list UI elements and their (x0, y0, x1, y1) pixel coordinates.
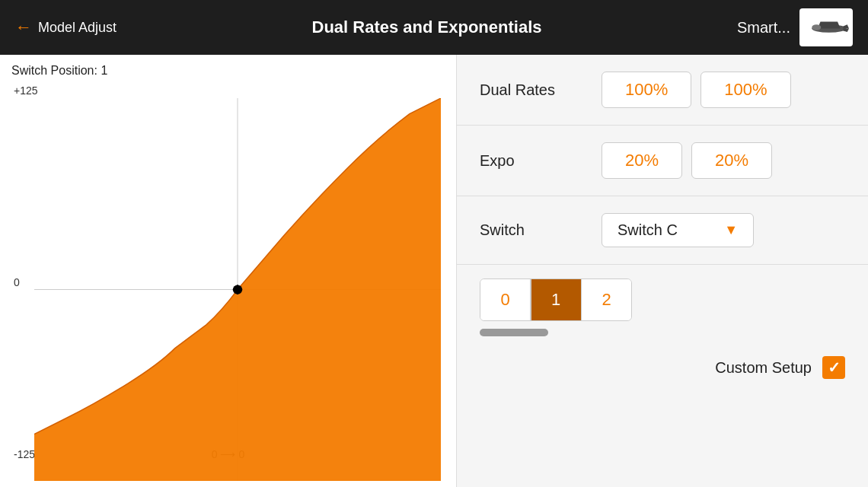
svg-marker-2 (843, 24, 849, 28)
switch-dropdown-text: Switch C (617, 221, 678, 239)
position-1-button[interactable]: 1 (531, 279, 581, 320)
back-button[interactable]: ← Model Adjust (15, 18, 116, 37)
back-arrow-icon: ← (15, 18, 32, 37)
dual-rates-value2[interactable]: 100% (700, 72, 790, 108)
chart-y-bottom: -125 (14, 448, 35, 460)
svg-marker-3 (843, 29, 849, 33)
svg-marker-1 (818, 22, 841, 29)
expo-value2[interactable]: 20% (691, 142, 772, 179)
switch-position-label: Switch Position: 1 (8, 62, 448, 79)
plane-icon (803, 12, 849, 43)
chart-y-zero: 0 (14, 276, 20, 288)
expo-values: 20% 20% (602, 142, 772, 179)
right-panel: Dual Rates 100% 100% Expo 20% 20% Switch… (457, 55, 868, 487)
custom-setup-row: Custom Setup ✓ (457, 344, 868, 391)
header-right: Smart... (737, 8, 853, 46)
dual-rates-value1[interactable]: 100% (602, 72, 691, 108)
switch-dropdown[interactable]: Switch C ▼ (602, 213, 754, 247)
expo-value1[interactable]: 20% (602, 142, 682, 179)
position-slider[interactable] (480, 329, 548, 336)
expo-label: Expo (480, 152, 602, 170)
switch-section: Switch Switch C ▼ (457, 196, 868, 265)
dual-rates-values: 100% 100% (602, 72, 791, 108)
main-content: Switch Position: 1 +125 0 -125 0 ⟶ 0 (0, 55, 868, 487)
header: ← Model Adjust Dual Rates and Exponentia… (0, 0, 868, 55)
back-label: Model Adjust (38, 20, 116, 36)
plane-thumbnail (799, 8, 853, 46)
chart-y-top: +125 (14, 84, 38, 97)
exponential-chart (34, 98, 441, 481)
chart-area: +125 0 -125 0 ⟶ 0 (8, 83, 448, 462)
position-2-button[interactable]: 2 (582, 279, 631, 320)
page-title: Dual Rates and Exponentials (312, 18, 542, 37)
position-section: 0 1 2 (457, 265, 868, 344)
position-0-button[interactable]: 0 (480, 279, 530, 320)
expo-section: Expo 20% 20% (457, 126, 868, 196)
custom-setup-label: Custom Setup (715, 359, 812, 377)
smart-label: Smart... (737, 19, 790, 37)
dual-rates-section: Dual Rates 100% 100% (457, 55, 868, 126)
position-selector: 0 1 2 (480, 279, 632, 321)
dual-rates-label: Dual Rates (480, 81, 602, 99)
chart-panel: Switch Position: 1 +125 0 -125 0 ⟶ 0 (0, 55, 457, 487)
chevron-down-icon: ▼ (724, 222, 738, 238)
custom-setup-checkbox[interactable]: ✓ (822, 356, 845, 379)
checkmark-icon: ✓ (828, 358, 841, 377)
switch-label: Switch (480, 221, 602, 239)
svg-point-4 (812, 24, 821, 30)
